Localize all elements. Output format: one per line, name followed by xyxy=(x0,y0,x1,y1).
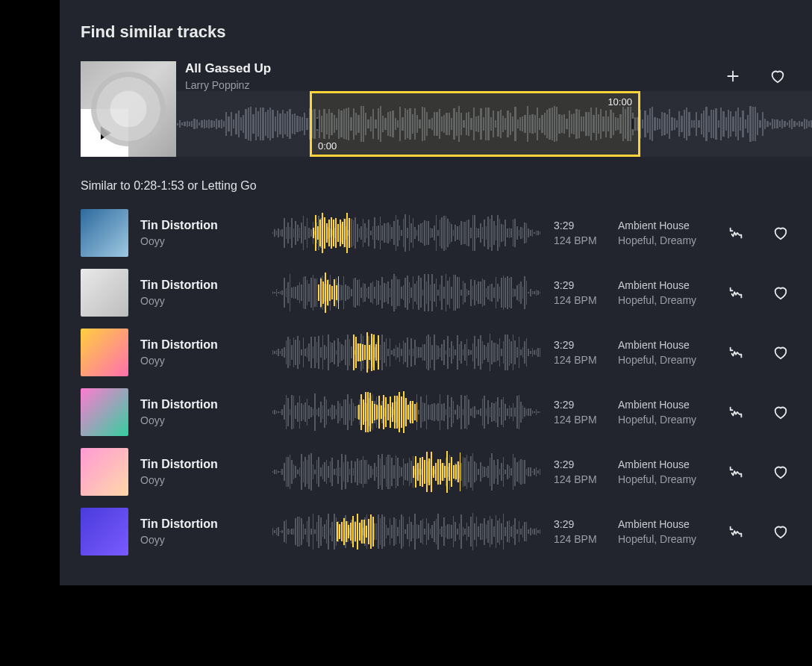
play-button[interactable] xyxy=(81,109,128,157)
track-duration: 3:29 xyxy=(554,397,606,412)
play-icon xyxy=(101,126,111,140)
track-title: Tin Distortion xyxy=(140,517,260,531)
track-timing: 3:29 124 BPM xyxy=(554,337,606,368)
track-tags: Ambient House Hopeful, Dreamy xyxy=(618,517,708,547)
featured-artist: Larry Poppinz xyxy=(185,79,271,91)
track-duration: 3:29 xyxy=(554,278,606,293)
track-timing: 3:29 124 BPM xyxy=(554,278,606,308)
find-similar-button[interactable] xyxy=(727,224,745,242)
track-title: Tin Distortion xyxy=(140,398,260,411)
find-similar-button[interactable] xyxy=(727,463,745,481)
track-meta: Tin Distortion Ooyy xyxy=(140,219,260,247)
track-meta: Tin Distortion Ooyy xyxy=(140,458,260,486)
track-title: Tin Distortion xyxy=(140,338,260,352)
favorite-button[interactable] xyxy=(772,463,790,481)
track-bpm: 124 BPM xyxy=(554,233,606,248)
track-artist: Ooyy xyxy=(140,474,260,486)
track-tags: Ambient House Hopeful, Dreamy xyxy=(618,337,708,368)
track-title: Tin Distortion xyxy=(140,278,260,292)
track-bpm: 124 BPM xyxy=(554,472,606,487)
album-art xyxy=(81,388,128,436)
find-similar-button[interactable] xyxy=(727,343,745,361)
track-row[interactable]: Tin Distortion Ooyy 3:29 124 BPM Ambient… xyxy=(81,508,812,555)
find-similar-button[interactable] xyxy=(727,523,745,541)
favorite-button[interactable] xyxy=(772,403,790,421)
track-waveform[interactable] xyxy=(272,509,542,554)
track-genre: Ambient House xyxy=(618,337,708,352)
track-waveform[interactable] xyxy=(272,449,542,494)
track-row[interactable]: Tin Distortion Ooyy 3:29 124 BPM Ambient… xyxy=(81,269,812,317)
track-meta: Tin Distortion Ooyy xyxy=(140,338,260,367)
track-artist: Ooyy xyxy=(140,235,260,247)
track-genre: Ambient House xyxy=(618,218,708,233)
track-row[interactable]: Tin Distortion Ooyy 3:29 124 BPM Ambient… xyxy=(81,329,812,376)
track-waveform[interactable] xyxy=(272,270,542,315)
featured-title: All Gassed Up xyxy=(185,61,271,76)
featured-album-art xyxy=(81,61,176,157)
track-mood: Hopeful, Dreamy xyxy=(618,532,708,547)
track-bpm: 124 BPM xyxy=(554,352,606,367)
album-art xyxy=(81,209,128,257)
find-similar-button[interactable] xyxy=(727,403,745,421)
track-duration: 3:29 xyxy=(554,218,606,233)
track-row[interactable]: Tin Distortion Ooyy 3:29 124 BPM Ambient… xyxy=(81,448,812,496)
track-timing: 3:29 124 BPM xyxy=(554,517,606,547)
track-meta: Tin Distortion Ooyy xyxy=(140,278,260,307)
track-list: Tin Distortion Ooyy 3:29 124 BPM Ambient… xyxy=(81,209,812,555)
favorite-button[interactable] xyxy=(772,224,790,242)
selection-range[interactable]: 0:00 10:00 xyxy=(310,91,640,157)
featured-track: All Gassed Up Larry Poppinz xyxy=(81,61,812,157)
track-meta: Tin Distortion Ooyy xyxy=(140,517,260,546)
album-art xyxy=(81,329,128,376)
track-tags: Ambient House Hopeful, Dreamy xyxy=(618,278,708,308)
page-title: Find similar tracks xyxy=(81,22,812,42)
selection-handle-right[interactable] xyxy=(631,119,634,129)
favorite-button[interactable] xyxy=(772,343,790,361)
track-tags: Ambient House Hopeful, Dreamy xyxy=(618,457,708,488)
track-bpm: 124 BPM xyxy=(554,532,606,547)
heart-icon xyxy=(769,68,786,84)
featured-waveform[interactable]: 0:00 10:00 xyxy=(176,91,812,157)
track-genre: Ambient House xyxy=(618,457,708,472)
track-row[interactable]: Tin Distortion Ooyy 3:29 124 BPM Ambient… xyxy=(81,388,812,436)
selection-handle-left[interactable] xyxy=(316,119,319,129)
track-bpm: 124 BPM xyxy=(554,412,606,427)
track-artist: Ooyy xyxy=(140,414,260,426)
track-timing: 3:29 124 BPM xyxy=(554,218,606,249)
track-meta: Tin Distortion Ooyy xyxy=(140,398,260,426)
track-bpm: 124 BPM xyxy=(554,293,606,308)
favorite-button[interactable] xyxy=(772,284,790,302)
track-artist: Ooyy xyxy=(140,355,260,367)
album-art xyxy=(81,508,128,555)
track-timing: 3:29 124 BPM xyxy=(554,457,606,488)
favorite-button[interactable] xyxy=(772,523,790,541)
track-tags: Ambient House Hopeful, Dreamy xyxy=(618,218,708,249)
track-waveform[interactable] xyxy=(272,390,542,435)
track-mood: Hopeful, Dreamy xyxy=(618,233,708,248)
track-row[interactable]: Tin Distortion Ooyy 3:29 124 BPM Ambient… xyxy=(81,209,812,257)
album-art xyxy=(81,448,128,496)
track-artist: Ooyy xyxy=(140,295,260,307)
track-duration: 3:29 xyxy=(554,457,606,472)
selection-end-time: 10:00 xyxy=(608,96,632,108)
track-mood: Hopeful, Dreamy xyxy=(618,472,708,487)
similar-tracks-panel: Find similar tracks All Gassed Up Larry … xyxy=(60,0,812,585)
plus-icon xyxy=(725,68,741,84)
track-waveform[interactable] xyxy=(272,211,542,255)
track-title: Tin Distortion xyxy=(140,458,260,471)
track-waveform[interactable] xyxy=(272,330,542,375)
track-mood: Hopeful, Dreamy xyxy=(618,293,708,308)
track-duration: 3:29 xyxy=(554,517,606,532)
selection-start-time: 0:00 xyxy=(318,140,337,152)
similar-range-label: Similar to 0:28-1:53 or Letting Go xyxy=(81,179,812,193)
track-duration: 3:29 xyxy=(554,337,606,352)
find-similar-button[interactable] xyxy=(727,284,745,302)
track-genre: Ambient House xyxy=(618,278,708,293)
track-genre: Ambient House xyxy=(618,397,708,412)
add-button[interactable] xyxy=(724,67,742,85)
favorite-button[interactable] xyxy=(769,67,787,85)
track-artist: Ooyy xyxy=(140,534,260,546)
track-mood: Hopeful, Dreamy xyxy=(618,352,708,367)
track-title: Tin Distortion xyxy=(140,219,260,232)
album-art xyxy=(81,269,128,317)
